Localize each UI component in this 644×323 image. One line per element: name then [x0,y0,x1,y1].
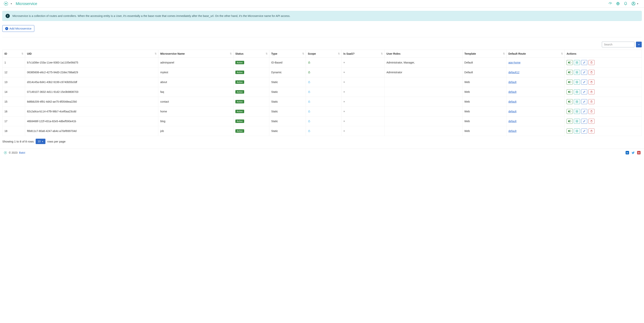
default-route-link[interactable]: default [508,90,516,93]
default-route-link[interactable]: default [508,110,516,113]
edit-action-button[interactable] [581,99,587,104]
bell-icon[interactable] [624,2,628,6]
delete-action-button[interactable] [588,89,594,94]
cell-user-roles [384,116,462,126]
column-scope[interactable]: Scope [306,50,341,58]
dashboard-icon[interactable] [608,2,612,6]
edit-action-button[interactable] [581,119,587,124]
grid-action-button[interactable] [574,109,580,114]
toggle-action-button[interactable] [566,99,573,104]
cell-template: Web [462,87,506,97]
x-icon: × [344,110,345,113]
cell-status: Active [233,97,269,107]
svg-rect-16 [308,82,310,83]
edit-action-button[interactable] [581,80,587,85]
toggle-action-button[interactable] [566,80,573,85]
add-microservice-button[interactable]: + Add Microservice [2,25,34,32]
app-logo-icon[interactable] [4,1,8,6]
column-id[interactable]: ID [2,50,25,58]
grid-action-button[interactable] [574,89,580,94]
status-badge: Active [235,129,244,133]
cell-actions [564,87,642,97]
cell-default-route: default [506,126,564,136]
default-route-link[interactable]: app-home [508,61,520,64]
toggle-action-button[interactable] [566,109,573,114]
edit-action-button[interactable] [581,70,587,75]
svg-point-23 [568,91,570,92]
cell-is-saas: × [341,107,384,116]
pagination-summary: Showing 1 to 8 of 8 rows [2,140,34,143]
linkedin-icon[interactable]: in [626,151,629,154]
column-status[interactable]: Status [233,50,269,58]
grid-action-button[interactable] [574,99,580,104]
toggle-action-button[interactable] [566,129,573,134]
twitter-icon[interactable] [631,151,635,154]
default-route-link[interactable]: default [508,100,516,103]
search-input[interactable] [602,42,634,47]
cell-is-saas: × [341,126,384,136]
grid-action-button[interactable] [574,80,580,85]
delete-action-button[interactable] [588,119,594,124]
x-icon: × [344,129,345,133]
svg-point-38 [568,121,570,122]
mastodon-icon[interactable]: m [637,151,640,154]
footer-brand-link[interactable]: Batoi [19,151,25,154]
column-default-route[interactable]: Default Route [506,50,564,58]
cell-uid: d314c45a-6d41-43b2-9199-c9740b55c0df [25,77,158,87]
footer-social: in m [626,151,640,154]
table-row: 1 b7c1d36e-153a-11ee-9383-1a1105e56d75 a… [2,58,642,68]
info-banner-text: Microservice is a collection of routes a… [12,14,290,18]
rows-per-page-value: 10 [38,140,41,143]
toggle-action-button[interactable] [566,60,573,65]
edit-action-button[interactable] [581,89,587,94]
column-type[interactable]: Type [269,50,306,58]
column-user-roles[interactable]: User Roles [384,50,462,58]
cell-scope [306,68,341,77]
cell-scope [306,97,341,107]
default-route-link[interactable]: default [508,129,516,133]
column-is-saas[interactable]: Is SaaS? [341,50,384,58]
cell-template: Web [462,97,506,107]
lock-closed-icon [308,71,339,74]
grid-action-button[interactable] [574,129,580,134]
delete-action-button[interactable] [588,129,594,134]
delete-action-button[interactable] [588,109,594,114]
toggle-action-button[interactable] [566,70,573,75]
cell-name: job [158,126,234,136]
grid-action-button[interactable] [574,70,580,75]
cell-name: faq [158,87,234,97]
cell-template: Web [462,126,506,136]
delete-action-button[interactable] [588,80,594,85]
grid-action-button[interactable] [574,60,580,65]
edit-action-button[interactable] [581,60,587,65]
lock-open-icon [308,130,339,132]
default-route-link[interactable]: default [508,120,516,123]
toggle-action-button[interactable] [566,89,573,94]
rows-per-page-select[interactable]: 10 ▲ [36,139,46,144]
edit-action-button[interactable] [581,129,587,134]
grid-action-button[interactable] [574,119,580,124]
delete-action-button[interactable] [588,60,594,65]
delete-action-button[interactable] [588,99,594,104]
toggle-action-button[interactable] [566,119,573,124]
cell-id: 1 [2,58,25,68]
cell-user-roles: Administrator, Manager, [384,58,462,68]
add-button-label: Add Microservice [10,27,32,30]
globe-icon[interactable] [616,2,620,6]
default-route-link[interactable]: default [508,81,516,84]
svg-point-13 [568,72,570,73]
microservice-table: ID UID Microservice Name Status Type Sco… [2,50,642,136]
cell-actions [564,107,642,116]
column-name[interactable]: Microservice Name [158,50,234,58]
cell-status: Active [233,107,269,116]
column-uid[interactable]: UID [25,50,158,58]
default-route-link[interactable]: default12 [508,71,520,74]
delete-action-button[interactable] [588,70,594,75]
cell-type: Static [269,107,306,116]
app-menu-caret-icon[interactable]: ▼ [10,3,12,5]
table-options-dropdown[interactable] [636,42,642,47]
column-template[interactable]: Template [462,50,506,58]
edit-action-button[interactable] [581,109,587,114]
user-menu[interactable]: ▼ [631,2,640,6]
cell-id: 14 [2,87,25,97]
